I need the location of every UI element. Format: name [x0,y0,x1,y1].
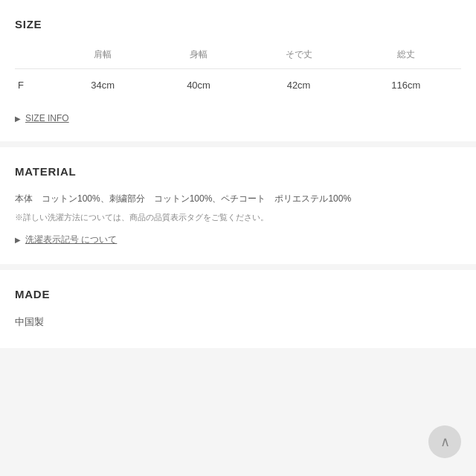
size-row-f-sleeve: 42cm [246,69,350,102]
material-section: MATERIAL 本体 コットン100%、刺繍部分 コットン100%、ペチコート… [0,147,476,264]
made-section-title: MADE [15,288,461,300]
size-col-header-sleeve: そで丈 [246,44,350,69]
size-col-header-body: 身幅 [151,44,247,69]
back-to-top-button[interactable]: ∧ [428,425,461,458]
size-info-link-label[interactable]: SIZE INFO [25,113,69,123]
made-value: 中国製 [15,314,461,330]
size-info-link-row[interactable]: ▶ SIZE INFO [15,113,461,123]
washing-arrow-icon: ▶ [15,236,21,244]
size-table: 肩幅 身幅 そで丈 総丈 F 34cm 40cm 42cm 116cm [15,44,461,101]
made-section: MADE 中国製 [0,270,476,348]
size-row-f: F 34cm 40cm 42cm 116cm [15,69,461,102]
size-row-f-shoulder: 34cm [55,69,151,102]
size-row-f-size: F [15,69,55,102]
size-col-header-shoulder: 肩幅 [55,44,151,69]
washing-link-row[interactable]: ▶ 洗濯表示記号 について [15,234,461,246]
page-container: SIZE 肩幅 身幅 そで丈 総丈 F 34cm 40cm 42cm 116cm [0,0,476,476]
material-description: 本体 コットン100%、刺繍部分 コットン100%、ペチコート ポリエステル10… [15,191,461,206]
material-section-title: MATERIAL [15,165,461,178]
material-note: ※詳しい洗濯方法については、商品の品質表示タグをご覧ください。 [15,210,461,225]
size-section: SIZE 肩幅 身幅 そで丈 総丈 F 34cm 40cm 42cm 116cm [0,0,476,141]
size-col-header-empty [15,44,55,69]
washing-link-label[interactable]: 洗濯表示記号 について [25,234,117,246]
back-to-top-icon: ∧ [440,435,450,448]
size-row-f-body: 40cm [151,69,247,102]
size-row-f-total: 116cm [351,69,461,102]
size-info-arrow-icon: ▶ [15,115,21,123]
size-col-header-total: 総丈 [351,44,461,69]
size-section-title: SIZE [15,18,461,30]
